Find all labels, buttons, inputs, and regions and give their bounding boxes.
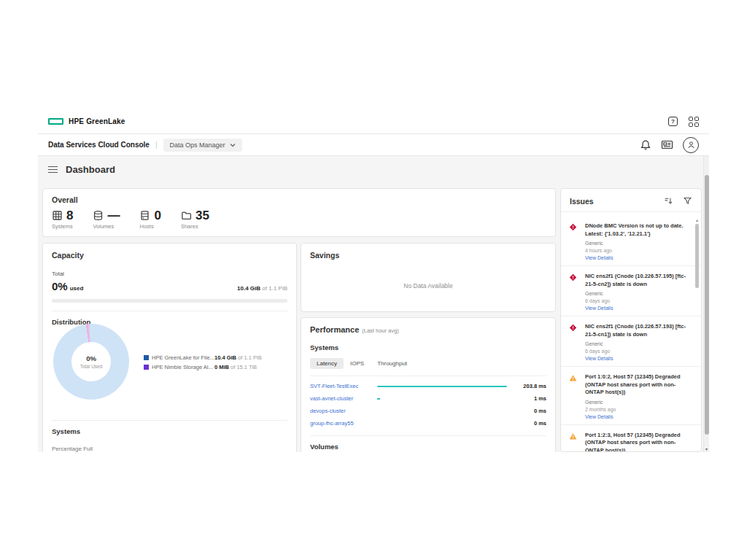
capacity-used-of: 10.4 GiB of 1.1 PiB [237,285,287,292]
capacity-percent-suffix: used [70,285,84,292]
issue-time: 6 days ago [585,298,686,303]
view-details-link[interactable]: View Details [585,255,686,260]
percentage-full-label: Percentage Full [52,446,287,452]
view-details-link[interactable]: View Details [585,414,686,419]
distribution-donut-chart[interactable]: 0% Total Used [53,324,129,400]
issues-title: Issues [570,197,654,206]
metric-hosts[interactable]: 0 Hosts [139,209,160,230]
issue-category: Generic [585,241,686,246]
savings-title: Savings [310,251,546,260]
issues-list: DNode BMC Version is not up to date. Lat… [561,216,701,451]
overall-card: Overall 8 Systems — Volumes [42,188,556,237]
issue-item: Port 1:0:2, Host 57 (12345) Degraded (ON… [561,367,701,425]
issues-scrollbar-thumb[interactable] [695,224,699,288]
tab-latency[interactable]: Latency [310,358,344,369]
latency-sparkline [374,422,507,425]
view-details-link[interactable]: View Details [585,306,686,311]
metric-systems[interactable]: 8 Systems [52,209,73,230]
capacity-percent: 0% [52,280,68,292]
performance-row: SVT-Fleet-TestExec 203.8 ms [310,380,546,392]
performance-volumes-title: Volumes [310,443,546,451]
whats-new-icon[interactable] [661,139,673,150]
latency-sparkline [374,397,507,400]
issues-card: Issues DNode BMC Version is not up to da… [560,188,702,452]
issue-item: NIC ens2f1 (Cnode (10.226.57.193) [ftc-2… [561,316,701,367]
critical-diamond-icon [569,324,577,332]
donut-center-value: 0% [86,354,96,362]
shares-label: Shares [181,223,209,230]
tab-iops[interactable]: IOPS [344,358,371,369]
latency-sparkline [374,410,507,413]
distribution-legend: HPE GreenLake for File... 10.4 GiB of 1.… [144,354,262,373]
view-details-link[interactable]: View Details [585,356,686,361]
hosts-count: 0 [154,209,160,223]
system-link[interactable]: vast-avnet-cluster [310,395,374,402]
donut-center-label: Total Used [80,364,103,369]
performance-row: vast-avnet-cluster 1 ms [310,392,546,405]
latency-sparkline [374,385,507,388]
metric-volumes[interactable]: — Volumes [93,209,120,230]
hpe-greenlake-logo[interactable]: HPE GreenLake [48,117,125,125]
header-divider: | [155,141,158,149]
critical-diamond-icon [569,223,577,231]
issue-time: 6 days ago [585,349,686,354]
menu-hamburger-icon[interactable] [48,164,58,174]
page-title: Dashboard [66,164,115,175]
shares-count: 35 [196,209,209,223]
performance-subtitle: (Last hour avg) [362,327,398,334]
page-scrollbar-thumb[interactable] [705,175,709,435]
issue-category: Generic [585,341,686,346]
hosts-icon [139,210,150,221]
warning-triangle-icon [569,432,577,440]
console-title: Data Services Cloud Console [48,141,150,149]
volumes-count: — [107,209,120,223]
overall-title: Overall [52,195,546,204]
systems-icon [52,210,63,221]
system-link[interactable]: devops-cluster [310,408,374,414]
legend-item: HPE GreenLake for File... 10.4 GiB of 1.… [144,354,262,361]
legend-swatch-purple [144,365,149,370]
capacity-title: Capacity [52,251,287,260]
apps-grid-icon[interactable] [689,117,699,127]
legend-item: HPE Nimble Storage Al... 0 MiB of 15.1 T… [144,364,262,370]
latency-value: 203.8 ms [514,383,546,389]
issue-item: Port 1:2:3, Host 57 (12345) Degraded (ON… [561,425,701,452]
latency-value: 0 ms [514,408,546,414]
notifications-bell-icon[interactable] [640,139,651,151]
app-window: HPE GreenLake ? Data Services Cloud Cons… [38,109,709,453]
issue-item: NIC ens2f1 (Cnode (10.226.57.195) [ftc-2… [561,266,701,316]
help-icon[interactable]: ? [668,117,678,126]
systems-count: 8 [66,209,73,223]
issue-time: 2 months ago [585,407,686,412]
capacity-progress-bar [52,299,287,303]
sort-icon[interactable] [664,196,673,206]
volumes-icon [93,210,104,221]
system-link[interactable]: group-fhc-array55 [310,420,374,427]
tab-throughput[interactable]: Throughput [371,358,414,369]
system-link[interactable]: SVT-Fleet-TestExec [310,383,374,389]
chevron-down-icon [230,143,236,147]
person-icon [686,140,696,149]
scroll-down-icon[interactable]: ▾ [704,446,709,451]
performance-card: Performance (Last hour avg) Systems Late… [301,317,556,452]
warning-triangle-icon [569,374,577,382]
capacity-total-label: Total [52,271,287,277]
performance-row: group-fhc-array55 0 ms [310,417,546,429]
metric-shares[interactable]: 35 Shares [181,209,209,230]
shares-icon [181,210,192,221]
console-bar: Data Services Cloud Console | Data Ops M… [38,134,709,156]
performance-row: devops-cluster 0 ms [310,405,546,417]
legend-swatch-blue [144,355,149,360]
issues-scrollbar[interactable]: ▴ [694,218,700,449]
page-scrollbar[interactable]: ▾ [703,156,709,452]
systems-label: Systems [52,223,73,230]
app-switcher-dropdown[interactable]: Data Ops Manager [163,139,242,152]
latency-value: 0 ms [514,420,546,427]
latency-value: 1 ms [514,395,546,402]
user-avatar[interactable] [683,137,699,153]
brand-title: HPE GreenLake [69,117,125,125]
filter-icon[interactable] [683,196,692,206]
performance-tabs: Latency IOPS Throughput [310,358,546,369]
scroll-up-icon[interactable]: ▴ [694,218,700,222]
dashboard-content: Dashboard Overall 8 Systems — [38,156,709,452]
